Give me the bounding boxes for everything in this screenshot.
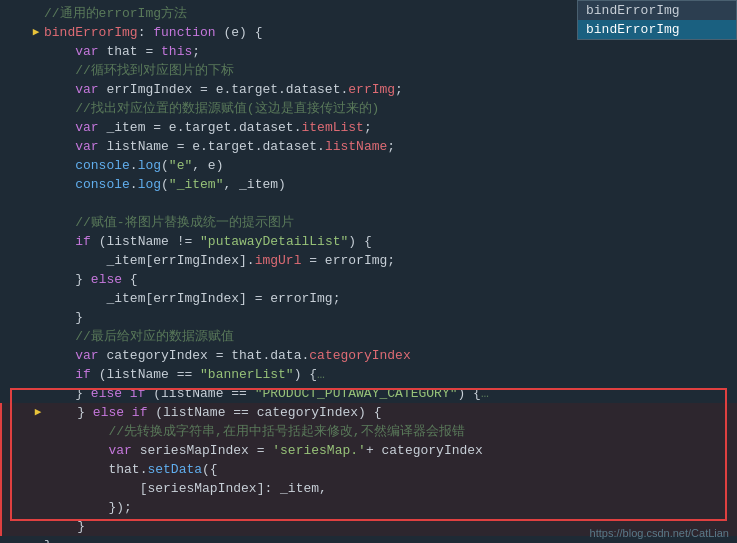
code-line: //找出对应位置的数据源赋值(这边是直接传过来的) xyxy=(0,99,737,118)
line-content: if (listName != "putawayDetailList") { xyxy=(42,232,737,251)
code-line-highlighted: //先转换成字符串,在用中括号括起来修改,不然编译器会报错 xyxy=(0,422,737,441)
code-line: } xyxy=(0,308,737,327)
code-line: _item[errImgIndex] = errorImg; xyxy=(0,289,737,308)
code-line-highlighted: }); xyxy=(0,498,737,517)
line-content xyxy=(42,194,737,213)
code-line: //赋值-将图片替换成统一的提示图片 xyxy=(0,213,737,232)
code-line: var categoryIndex = that.data.categoryIn… xyxy=(0,346,737,365)
code-line: } else { xyxy=(0,270,737,289)
line-content: } xyxy=(42,308,737,327)
watermark: https://blog.csdn.net/CatLian xyxy=(590,527,729,539)
code-line-highlighted: that.setData({ xyxy=(0,460,737,479)
line-content: console.log("_item", _item) xyxy=(42,175,737,194)
code-line: var listName = e.target.dataset.listName… xyxy=(0,137,737,156)
code-line: //最后给对应的数据源赋值 xyxy=(0,327,737,346)
line-arrow: ▶ xyxy=(30,23,42,42)
autocomplete-item[interactable]: bindErrorImg xyxy=(578,1,736,20)
line-content: var seriesMapIndex = 'seriesMap.'+ categ… xyxy=(44,441,737,460)
line-content: if (listName == "bannerList") {… xyxy=(42,365,737,384)
line-content: } else { xyxy=(42,270,737,289)
line-content: //找出对应位置的数据源赋值(这边是直接传过来的) xyxy=(42,99,737,118)
autocomplete-dropdown[interactable]: bindErrorImg bindErrorImg xyxy=(577,0,737,40)
code-line: console.log("e", e) xyxy=(0,156,737,175)
line-arrow: ▶ xyxy=(32,403,44,422)
code-editor: //通用的errorImg方法 ▶ bindErrorImg: function… xyxy=(0,0,737,543)
line-content: _item[errImgIndex].imgUrl = errorImg; xyxy=(42,251,737,270)
line-content: _item[errImgIndex] = errorImg; xyxy=(42,289,737,308)
line-content: console.log("e", e) xyxy=(42,156,737,175)
line-content: //赋值-将图片替换成统一的提示图片 xyxy=(42,213,737,232)
line-content: that.setData({ xyxy=(44,460,737,479)
code-line-highlighted: var seriesMapIndex = 'seriesMap.'+ categ… xyxy=(0,441,737,460)
line-content: //先转换成字符串,在用中括号括起来修改,不然编译器会报错 xyxy=(44,422,737,441)
code-line: console.log("_item", _item) xyxy=(0,175,737,194)
autocomplete-item-selected[interactable]: bindErrorImg xyxy=(578,20,736,39)
line-content: [seriesMapIndex]: _item, xyxy=(44,479,737,498)
line-content: }); xyxy=(44,498,737,517)
line-content: //循环找到对应图片的下标 xyxy=(42,61,737,80)
line-content: var errImgIndex = e.target.dataset.errIm… xyxy=(42,80,737,99)
line-content: var that = this; xyxy=(42,42,737,61)
line-content: } else if (listName == categoryIndex) { xyxy=(44,403,737,422)
code-line: } else if (listName == "PRODUCT_PUTAWAY_… xyxy=(0,384,737,403)
line-content: var _item = e.target.dataset.itemList; xyxy=(42,118,737,137)
code-line: var _item = e.target.dataset.itemList; xyxy=(0,118,737,137)
code-line: var errImgIndex = e.target.dataset.errIm… xyxy=(0,80,737,99)
code-line: //循环找到对应图片的下标 xyxy=(0,61,737,80)
code-line-highlighted: ▶ } else if (listName == categoryIndex) … xyxy=(0,403,737,422)
code-line: if (listName == "bannerList") {… xyxy=(0,365,737,384)
code-line xyxy=(0,194,737,213)
code-line-highlighted: [seriesMapIndex]: _item, xyxy=(0,479,737,498)
line-content: //最后给对应的数据源赋值 xyxy=(42,327,737,346)
code-area: //通用的errorImg方法 ▶ bindErrorImg: function… xyxy=(0,0,737,543)
line-content: var categoryIndex = that.data.categoryIn… xyxy=(42,346,737,365)
line-content: } else if (listName == "PRODUCT_PUTAWAY_… xyxy=(42,384,737,403)
code-line: if (listName != "putawayDetailList") { xyxy=(0,232,737,251)
line-content: var listName = e.target.dataset.listName… xyxy=(42,137,737,156)
code-line: var that = this; xyxy=(0,42,737,61)
code-line: _item[errImgIndex].imgUrl = errorImg; xyxy=(0,251,737,270)
